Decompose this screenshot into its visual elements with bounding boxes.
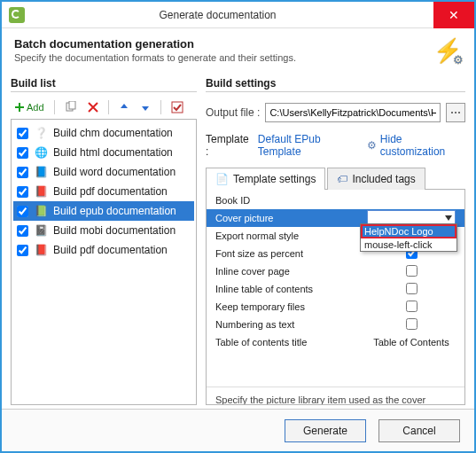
titlebar: Generate documentation ✕: [2, 2, 474, 28]
word-icon: 📘: [34, 165, 48, 179]
list-item[interactable]: 📕Build pdf documentation: [13, 182, 194, 201]
header-subtitle: Specify the documentation formats to gen…: [14, 52, 296, 63]
template-label: Template :: [206, 133, 253, 158]
mobi-icon: 📓: [34, 223, 48, 238]
list-item-checkbox[interactable]: [17, 167, 28, 178]
close-button[interactable]: ✕: [433, 2, 474, 28]
property-label: Export normal style: [215, 230, 367, 241]
window-title: Generate documentation: [2, 9, 433, 21]
tab-included-tags[interactable]: 🏷 Included tags: [327, 168, 425, 190]
hide-customization-label: Hide customization: [380, 133, 465, 158]
list-item-checkbox[interactable]: [17, 225, 28, 237]
hint-text: Specify the picture library item used as…: [207, 387, 464, 405]
list-item[interactable]: 📕Build pdf documentation: [13, 240, 194, 260]
property-checkbox[interactable]: [406, 318, 417, 330]
property-label: Inline cover page: [215, 266, 367, 277]
separator: [160, 100, 161, 114]
settings-tab-icon: 📄: [215, 173, 229, 185]
template-link[interactable]: Default EPub Template: [258, 133, 362, 158]
list-item-label: Build html documentation: [53, 146, 173, 159]
list-item-checkbox[interactable]: [17, 186, 28, 198]
property-checkbox[interactable]: [406, 283, 417, 294]
property-value: Table of Contents: [367, 337, 456, 348]
dialog-window: Generate documentation ✕ Batch documenta…: [0, 0, 476, 453]
app-icon: [9, 7, 25, 23]
dialog-body: Build list Add: [2, 72, 474, 409]
lightning-icon: ⚡: [433, 37, 462, 65]
dropdown-item[interactable]: mouse-left-click: [361, 238, 456, 251]
copy-button[interactable]: [61, 99, 81, 115]
html-icon: 🌐: [34, 145, 48, 160]
build-settings-title: Build settings: [206, 77, 465, 92]
list-item-label: Build mobi documentation: [53, 224, 176, 237]
property-row[interactable]: Inline table of contents: [207, 280, 464, 298]
output-label: Output file :: [206, 106, 260, 119]
property-row[interactable]: Table of contents titleTable of Contents: [207, 333, 464, 351]
property-label: Table of contents title: [215, 337, 367, 348]
property-label: Book ID: [215, 195, 367, 206]
list-item-checkbox[interactable]: [17, 206, 28, 217]
chm-icon: ❔: [34, 126, 48, 140]
svg-rect-1: [69, 101, 75, 109]
dialog-footer: Generate Cancel: [2, 409, 474, 451]
list-item[interactable]: 🌐Build html documentation: [13, 143, 194, 162]
epub-icon: 📗: [34, 204, 48, 218]
list-item-checkbox[interactable]: [17, 147, 28, 159]
cover-picture-dropdown[interactable]: HelpNDoc Logo mouse-left-click: [360, 223, 457, 252]
list-item[interactable]: 📓Build mobi documentation: [13, 221, 194, 240]
property-row[interactable]: Keep temporary files: [207, 298, 464, 316]
list-item[interactable]: 📗Build epub documentation: [13, 201, 194, 221]
build-settings-panel: Build settings Output file : ⋯ Template …: [206, 77, 465, 405]
output-file-input[interactable]: [265, 103, 441, 122]
property-label: Font size as percent: [215, 248, 367, 259]
list-item-label: Build pdf documentation: [53, 185, 168, 198]
build-list-title: Build list: [11, 77, 197, 92]
build-list-toolbar: Add: [11, 98, 197, 119]
cancel-button[interactable]: Cancel: [378, 419, 460, 442]
list-item-label: Build pdf documentation: [53, 244, 168, 256]
dialog-header: Batch documentation generation Specify t…: [2, 28, 474, 72]
property-label: Cover picture: [215, 213, 367, 223]
add-label: Add: [27, 102, 44, 113]
template-settings-pane: Book IDCover pictureExport normal styleF…: [206, 190, 465, 405]
property-row[interactable]: Book ID: [207, 191, 464, 209]
pdf-icon: 📕: [34, 184, 48, 199]
header-title: Batch documentation generation: [14, 37, 296, 51]
list-item-checkbox[interactable]: [17, 128, 28, 139]
add-button[interactable]: Add: [11, 100, 48, 114]
tab-template-label: Template settings: [233, 173, 316, 185]
tab-bar: 📄 Template settings 🏷 Included tags: [206, 167, 465, 190]
move-down-button[interactable]: [137, 100, 154, 114]
tab-included-label: Included tags: [352, 173, 415, 185]
separator: [108, 100, 109, 114]
property-checkbox[interactable]: [406, 265, 417, 277]
browse-button[interactable]: ⋯: [446, 103, 465, 122]
generate-button[interactable]: Generate: [285, 419, 366, 442]
property-list: Book IDCover pictureExport normal styleF…: [207, 191, 464, 351]
gear-icon: ⚙: [367, 139, 377, 152]
list-item-label: Build word documentation: [53, 166, 176, 178]
property-label: Keep temporary files: [215, 301, 367, 312]
dropdown-item[interactable]: HelpNDoc Logo: [361, 224, 456, 238]
build-list-panel: Build list Add: [11, 77, 197, 405]
delete-button[interactable]: [84, 100, 102, 114]
property-row[interactable]: Inline cover page: [207, 262, 464, 280]
property-row[interactable]: Numbering as text: [207, 316, 464, 333]
property-checkbox[interactable]: [406, 301, 417, 312]
tags-tab-icon: 🏷: [337, 173, 347, 185]
list-item[interactable]: 📘Build word documentation: [13, 162, 194, 182]
move-up-button[interactable]: [115, 100, 133, 114]
svg-rect-2: [172, 102, 183, 113]
output-row: Output file : ⋯: [206, 103, 465, 122]
hide-customization-link[interactable]: ⚙ Hide customization: [367, 133, 465, 158]
separator: [54, 100, 55, 114]
list-item-checkbox[interactable]: [17, 245, 28, 256]
pdf-icon: 📕: [34, 243, 48, 257]
check-all-button[interactable]: [168, 99, 187, 115]
list-item-label: Build epub documentation: [53, 205, 176, 217]
tab-template-settings[interactable]: 📄 Template settings: [206, 168, 325, 190]
build-list[interactable]: ❔Build chm documentation🌐Build html docu…: [11, 119, 197, 405]
list-item[interactable]: ❔Build chm documentation: [13, 123, 194, 143]
list-item-label: Build chm documentation: [53, 127, 173, 139]
template-row: Template : Default EPub Template ⚙ Hide …: [206, 133, 465, 158]
